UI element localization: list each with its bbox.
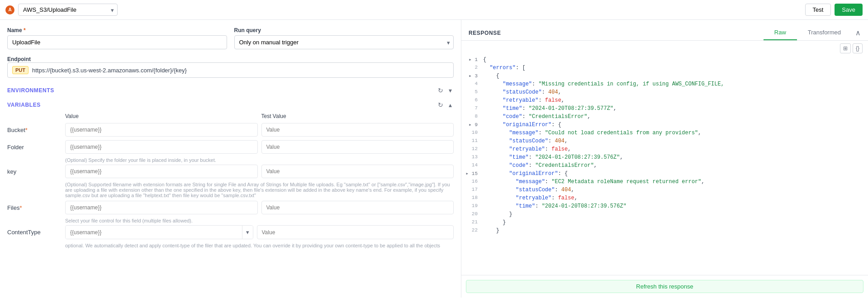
code-line-1: ▸ 1 { [461, 56, 868, 64]
key-section: key (Optional) Supported filename with e… [7, 165, 454, 198]
key-inputs [65, 165, 454, 178]
tab-transformed[interactable]: Transformed [797, 25, 852, 40]
variables-actions: ↻ ▴ [436, 100, 454, 109]
response-collapse-btn[interactable]: ∧ [855, 28, 861, 37]
bucket-value-input[interactable] [65, 123, 258, 137]
contenttype-test-input[interactable] [257, 225, 454, 239]
key-test-input[interactable] [261, 165, 454, 178]
contenttype-name: ContentType [7, 225, 62, 236]
var-name-col-spacer [7, 113, 62, 117]
top-bar: A AWS_S3/UploadFile Test Save [0, 0, 868, 20]
response-tabs: Raw Transformed [764, 25, 852, 40]
line-content-5: "statusCode": 404, [483, 89, 868, 95]
environments-header: ENVIRONMENTS ↻ ▾ [7, 84, 454, 95]
line-gutter-17: 17 [461, 186, 483, 192]
contenttype-chevron-icon[interactable]: ▾ [242, 226, 253, 239]
code-line-14: 14 "code": "CredentialsError", [461, 162, 868, 170]
code-line-18: 18 "retryable": false, [461, 194, 868, 203]
line-content-2: "errors": [ [483, 64, 868, 71]
line-gutter-22: 22 [461, 227, 483, 233]
environments-expand-btn[interactable]: ▾ [447, 86, 454, 95]
variables-collapse-btn[interactable]: ▴ [447, 100, 454, 109]
code-line-15: ▸ 15 "originalError": { [461, 170, 868, 178]
files-value-input[interactable] [65, 201, 258, 214]
line-gutter-16: 16 [461, 178, 483, 184]
table-view-btn[interactable]: ⊞ [840, 43, 851, 53]
col-test-label: Test Value [261, 113, 454, 119]
variables-refresh-btn[interactable]: ↻ [436, 100, 445, 109]
files-section: Files* Select your file control for this… [7, 201, 454, 223]
files-test-input[interactable] [261, 201, 454, 214]
variables-col-header: Value Test Value [7, 113, 454, 119]
run-query-select-wrapper: Only on manual triggerOn page loadOn spe… [234, 35, 454, 49]
run-query-group: Run query Only on manual triggerOn page … [234, 27, 454, 49]
code-line-7: 7 "time": "2024-01-20T08:27:39.577Z", [461, 105, 868, 113]
line-content-7: "time": "2024-01-20T08:27:39.577Z", [483, 105, 868, 112]
files-name: Files* [7, 201, 62, 211]
method-badge: PUT [12, 66, 28, 74]
aws-icon: A [5, 5, 14, 14]
folder-section: Folder (Optional) Specify the folder you… [7, 140, 454, 163]
key-row: key [7, 165, 454, 178]
line-gutter-4: 4 [461, 80, 483, 86]
response-toolbar: ⊞ {} [461, 41, 868, 56]
left-panel: Name * Run query Only on manual triggerO… [0, 20, 461, 298]
line-gutter-1[interactable]: ▸ 1 [461, 56, 483, 62]
endpoint-section: Endpoint PUT https://{bucket}.s3.us-west… [7, 56, 454, 78]
line-gutter-3[interactable]: ▸ 3 [461, 72, 483, 79]
line-content-8: "code": "CredentialsError", [483, 113, 868, 120]
top-bar-left: A AWS_S3/UploadFile [5, 4, 118, 16]
line-gutter-9[interactable]: ▸ 9 [461, 121, 483, 128]
line-content-3: { [483, 72, 868, 79]
code-area: ▸ 1 { 2 "errors": [ ▸ 3 { 4 "message": "… [461, 56, 868, 275]
line-gutter-5: 5 [461, 89, 483, 95]
code-line-10: 10 "message": "Could not load credential… [461, 129, 868, 137]
environments-refresh-btn[interactable]: ↻ [436, 86, 445, 95]
line-gutter-10: 10 [461, 129, 483, 135]
line-gutter-15[interactable]: ▸ 15 [461, 170, 483, 176]
response-title: RESPONSE [469, 30, 501, 36]
tab-raw[interactable]: Raw [764, 25, 797, 40]
line-content-13: "time": "2024-01-20T08:27:39.576Z", [483, 154, 868, 161]
name-input[interactable] [7, 35, 227, 49]
line-content-20: } [483, 211, 868, 218]
line-gutter-21: 21 [461, 219, 483, 225]
endpoint-url: https://{bucket}.s3.us-west-2.amazonaws.… [32, 67, 187, 74]
line-gutter-8: 8 [461, 113, 483, 119]
line-gutter-7: 7 [461, 105, 483, 111]
line-gutter-13: 13 [461, 154, 483, 160]
contenttype-value-input[interactable] [66, 226, 242, 239]
name-run-query-row: Name * Run query Only on manual triggerO… [7, 27, 454, 49]
key-value-input[interactable] [65, 165, 258, 178]
code-line-12: 12 "retryable": false, [461, 146, 868, 154]
save-button[interactable]: Save [835, 4, 863, 16]
line-content-18: "retryable": false, [483, 194, 868, 201]
var-col-headers: Value Test Value [65, 113, 454, 119]
code-line-11: 11 "statusCode": 404, [461, 137, 868, 146]
test-button[interactable]: Test [805, 4, 831, 16]
variables-header: VARIABLES ↻ ▴ [7, 99, 454, 109]
line-content-14: "code": "CredentialsError", [483, 162, 868, 169]
json-view-btn[interactable]: {} [853, 43, 863, 53]
contenttype-row: ContentType ▾ [7, 225, 454, 239]
refresh-response-btn[interactable]: Refresh this response [466, 280, 863, 293]
name-label: Name * [7, 27, 227, 33]
endpoint-box: PUT https://{bucket}.s3.us-west-2.amazon… [7, 62, 454, 78]
run-query-select[interactable]: Only on manual triggerOn page loadOn spe… [234, 35, 454, 49]
folder-value-input[interactable] [65, 140, 258, 154]
code-line-3: ▸ 3 { [461, 72, 868, 80]
folder-name: Folder [7, 140, 62, 151]
line-content-4: "message": "Missing credentials in confi… [483, 80, 868, 87]
variables-title: VARIABLES [7, 102, 41, 108]
files-hint: Select your file control for this field … [65, 218, 454, 223]
line-gutter-14: 14 [461, 162, 483, 168]
code-line-13: 13 "time": "2024-01-20T08:27:39.576Z", [461, 154, 868, 162]
contenttype-input-wrapper: ▾ [65, 225, 253, 239]
code-line-4: 4 "message": "Missing credentials in con… [461, 80, 868, 89]
line-content-15: "originalError": { [483, 170, 868, 177]
folder-test-input[interactable] [261, 140, 454, 154]
run-query-label: Run query [234, 27, 454, 33]
resource-select[interactable]: AWS_S3/UploadFile [18, 4, 118, 16]
bucket-test-input[interactable] [261, 123, 454, 137]
code-line-19: 19 "time": "2024-01-20T08:27:39.576Z" [461, 203, 868, 211]
